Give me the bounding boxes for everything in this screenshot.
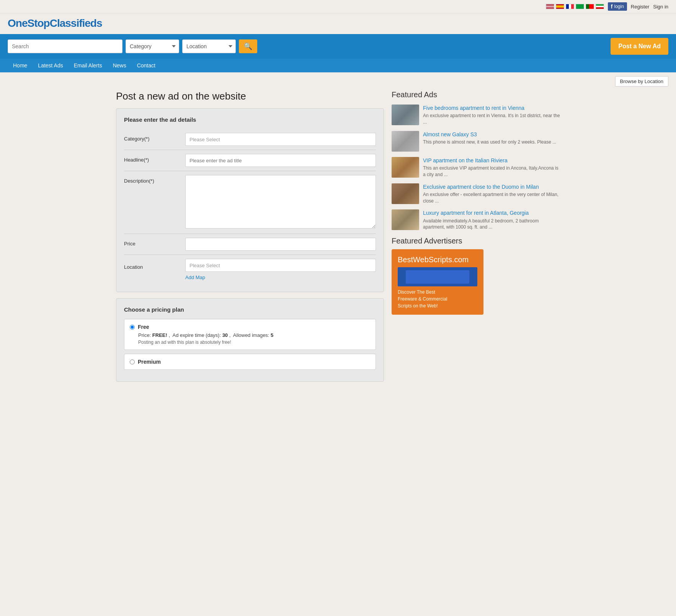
featured-desc-1: An exclusive apartment to rent in Vienna…	[423, 113, 560, 126]
featured-desc-5: Available immediately.A beautiful 2 bedr…	[423, 218, 560, 231]
ad-details-card: Please enter the ad details Category(*) …	[116, 108, 384, 292]
category-label: Category(*)	[124, 133, 185, 142]
price-field	[185, 238, 376, 251]
banner-line3: Scripts on the Web!	[398, 303, 477, 309]
featured-link-1[interactable]: Five bedrooms apartment to rent in Vienn…	[423, 105, 524, 111]
category-form-select[interactable]: Please Select	[185, 133, 376, 146]
flag-us[interactable]	[546, 4, 554, 9]
facebook-login-button[interactable]: login	[608, 2, 627, 11]
main-layout: Post a new ad on the website Please ente…	[108, 90, 568, 389]
location-form-select[interactable]: Please Select	[185, 259, 376, 272]
right-column: Featured Ads Five bedrooms apartment to …	[392, 90, 560, 382]
featured-item-2: Almost new Galaxy S3 This phone is almos…	[392, 131, 560, 152]
featured-content-2: Almost new Galaxy S3 This phone is almos…	[423, 131, 560, 145]
category-field: Please Select	[185, 133, 376, 146]
price-input[interactable]	[185, 238, 376, 251]
banner-line2: Freeware & Commercial	[398, 296, 477, 302]
banner-line1: Discover The Best	[398, 289, 477, 295]
flag-pt[interactable]	[586, 4, 594, 9]
nav-latest-ads[interactable]: Latest Ads	[33, 59, 68, 72]
flag-es[interactable]	[556, 4, 564, 9]
form-card-title: Please enter the ad details	[124, 116, 376, 123]
left-column: Post a new ad on the website Please ente…	[116, 90, 384, 382]
category-row: Category(*) Please Select	[124, 129, 376, 150]
featured-thumb-1	[392, 105, 419, 125]
page-title: Post a new ad on the website	[116, 90, 384, 102]
search-button[interactable]: 🔍	[239, 39, 257, 53]
flag-br[interactable]	[576, 4, 584, 9]
free-plan-note: Posting an ad with this plan is absolute…	[130, 340, 370, 345]
featured-thumb-5	[392, 209, 419, 230]
add-map-link[interactable]: Add Map	[185, 275, 205, 280]
featured-link-5[interactable]: Luxury apartment for rent in Atlanta, Ge…	[423, 210, 529, 216]
premium-plan-header: Premium	[130, 359, 370, 365]
flag-ir[interactable]	[596, 4, 604, 9]
pricing-card: Choose a pricing plan Free Price: FREE! …	[116, 298, 384, 382]
pricing-title: Choose a pricing plan	[124, 306, 376, 313]
premium-plan-radio[interactable]	[130, 359, 135, 364]
free-plan-detail: Price: FREE! , Ad expire time (days): 30…	[130, 332, 370, 338]
search-input[interactable]	[8, 39, 122, 53]
signin-link[interactable]: Sign in	[653, 4, 668, 10]
nav-news[interactable]: News	[108, 59, 132, 72]
price-label: Price	[124, 238, 185, 247]
featured-content-5: Luxury apartment for rent in Atlanta, Ge…	[423, 209, 560, 230]
main-nav: Home Latest Ads Email Alerts News Contac…	[0, 59, 676, 72]
free-plan-name: Free	[138, 324, 149, 330]
banner-title-suffix: .com	[452, 255, 469, 264]
featured-content-1: Five bedrooms apartment to rent in Vienn…	[423, 105, 560, 126]
post-ad-button[interactable]: Post a New Ad	[611, 38, 668, 55]
featured-thumb-4	[392, 183, 419, 204]
premium-plan-name: Premium	[138, 359, 161, 365]
description-textarea[interactable]	[185, 175, 376, 229]
headline-field	[185, 154, 376, 167]
description-row: Description(*)	[124, 171, 376, 234]
flag-fr[interactable]	[566, 4, 574, 9]
featured-ads-title: Featured Ads	[392, 90, 560, 99]
description-label: Description(*)	[124, 175, 185, 184]
featured-content-3: VIP apartment on the Italian Riviera Thi…	[423, 157, 560, 178]
language-flags	[546, 4, 604, 9]
featured-item-3: VIP apartment on the Italian Riviera Thi…	[392, 157, 560, 178]
location-select[interactable]: Location	[182, 39, 236, 53]
browse-bar: Browse by Location	[0, 72, 676, 90]
banner-title-main: BestWebScripts	[398, 255, 452, 264]
site-logo[interactable]: OneStopClassifieds	[8, 17, 668, 29]
description-field	[185, 175, 376, 230]
price-row: Price	[124, 234, 376, 255]
headline-row: Headline(*)	[124, 150, 376, 171]
featured-item-4: Exclusive apartment close to the Duomo i…	[392, 183, 560, 204]
featured-item-1: Five bedrooms apartment to rent in Vienn…	[392, 105, 560, 126]
search-bar: Category Location 🔍 Post a New Ad	[0, 34, 676, 59]
nav-contact[interactable]: Contact	[132, 59, 161, 72]
nav-home[interactable]: Home	[8, 59, 33, 72]
location-label: Location	[124, 261, 185, 270]
nav-email-alerts[interactable]: Email Alerts	[69, 59, 108, 72]
banner-screen-inner	[406, 270, 469, 284]
banner-screen	[398, 267, 477, 286]
featured-link-4[interactable]: Exclusive apartment close to the Duomo i…	[423, 184, 539, 190]
advertiser-banner[interactable]: BestWebScripts.com Discover The Best Fre…	[392, 249, 483, 315]
featured-item-5: Luxury apartment for rent in Atlanta, Ge…	[392, 209, 560, 230]
featured-advertisers-title: Featured Advertisers	[392, 237, 560, 245]
featured-thumb-3	[392, 157, 419, 178]
browse-by-location-button[interactable]: Browse by Location	[615, 76, 668, 87]
featured-link-2[interactable]: Almost new Galaxy S3	[423, 131, 477, 137]
featured-content-4: Exclusive apartment close to the Duomo i…	[423, 183, 560, 204]
headline-input[interactable]	[185, 154, 376, 167]
featured-link-3[interactable]: VIP apartment on the Italian Riviera	[423, 157, 508, 163]
premium-plan-item: Premium	[124, 354, 376, 370]
top-bar: login Register Sign in	[0, 0, 676, 13]
register-link[interactable]: Register	[631, 4, 649, 10]
featured-desc-3: This an exclusive VIP apartment located …	[423, 165, 560, 178]
free-plan-radio[interactable]	[130, 325, 135, 330]
location-row: Location Please Select Add Map	[124, 255, 376, 284]
category-select[interactable]: Category	[126, 39, 179, 53]
header: OneStopClassifieds	[0, 13, 676, 29]
headline-label: Headline(*)	[124, 154, 185, 163]
banner-title: BestWebScripts.com	[398, 255, 477, 264]
free-plan-item: Free Price: FREE! , Ad expire time (days…	[124, 319, 376, 350]
featured-desc-4: An exclusive offer - excellent apartment…	[423, 191, 560, 204]
featured-desc-2: This phone is almost new, it was used fo…	[423, 139, 560, 145]
free-plan-header: Free	[130, 324, 370, 330]
